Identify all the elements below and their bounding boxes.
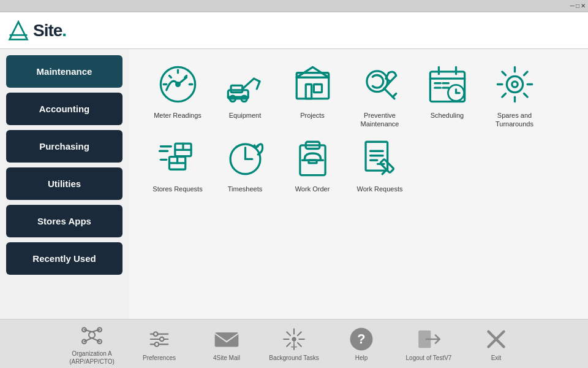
organization-item[interactable]: Organization A(ARP/APP/CTO): [64, 322, 119, 366]
help-icon: ?: [349, 326, 374, 352]
projects-label: Projects: [300, 111, 325, 120]
sidebar-item-purchasing[interactable]: Purchasing: [6, 130, 123, 163]
sidebar-item-utilities[interactable]: Utilities: [6, 167, 123, 200]
svg-line-12: [257, 82, 260, 89]
svg-marker-0: [10, 21, 28, 39]
spares-turnarounds-label: Spares and Turnarounds: [484, 111, 545, 129]
maximize-button[interactable]: □: [576, 2, 579, 9]
svg-point-81: [160, 337, 164, 341]
logo: Site.: [7, 20, 66, 42]
svg-line-90: [287, 342, 290, 346]
organization-icon: [79, 322, 105, 348]
spares-turnarounds-icon: [492, 61, 538, 107]
timesheets-label: Timesheets: [228, 185, 262, 193]
title-bar-buttons[interactable]: ─ □ ✕: [570, 2, 586, 9]
logout-label: Logout of TestV7: [406, 354, 452, 362]
svg-line-43: [524, 72, 527, 75]
bottom-bar: Organization A(ARP/APP/CTO) Preferences …: [0, 319, 588, 368]
minimize-button[interactable]: ─: [570, 2, 575, 9]
svg-point-68: [89, 332, 95, 338]
close-button[interactable]: ✕: [581, 2, 586, 9]
svg-line-22: [393, 94, 396, 98]
exit-icon: [483, 326, 509, 352]
svg-rect-19: [314, 85, 322, 93]
help-item[interactable]: ? Help: [334, 326, 389, 362]
svg-line-42: [524, 94, 527, 98]
logo-icon: [7, 20, 29, 42]
scheduling-item[interactable]: Scheduling: [417, 61, 478, 129]
mail-icon: [214, 326, 239, 352]
svg-line-10: [242, 79, 254, 89]
spares-turnarounds-item[interactable]: Spares and Turnarounds: [484, 61, 545, 129]
svg-line-44: [502, 94, 505, 98]
work-order-icon: [290, 135, 336, 181]
background-tasks-item[interactable]: Background Tasks: [266, 326, 322, 362]
scheduling-label: Scheduling: [431, 111, 464, 120]
svg-rect-9: [231, 85, 243, 92]
timesheets-item[interactable]: Timesheets: [214, 135, 276, 193]
main-content: Meter Readings Equipment: [129, 49, 588, 319]
work-requests-label: Work Requests: [357, 185, 403, 193]
help-label: Help: [355, 354, 368, 362]
preventive-maintenance-icon: [357, 61, 403, 107]
scheduling-icon: [424, 61, 470, 107]
svg-line-87: [287, 332, 290, 335]
svg-point-80: [154, 332, 158, 336]
svg-point-4: [176, 83, 179, 86]
timesheets-icon: [222, 135, 268, 181]
stores-requests-item[interactable]: Stores Requests: [147, 135, 208, 193]
stores-requests-label: Stores Requests: [153, 185, 202, 193]
sidebar-item-accounting[interactable]: Accounting: [6, 93, 123, 125]
svg-line-88: [298, 342, 301, 346]
meter-readings-label: Meter Readings: [154, 111, 202, 120]
logo-site: Site: [33, 21, 62, 40]
preferences-item[interactable]: Preferences: [132, 326, 187, 362]
exit-item[interactable]: Exit: [469, 326, 524, 362]
mail-label: 4Site Mail: [213, 354, 240, 362]
svg-line-89: [298, 332, 301, 335]
sidebar-item-maintenance[interactable]: Maintenance: [6, 55, 123, 88]
sidebar: Maintenance Accounting Purchasing Utilit…: [0, 49, 129, 319]
work-order-label: Work Order: [295, 185, 330, 193]
preventive-maintenance-label: Preventive Maintenance: [349, 111, 410, 129]
svg-point-35: [507, 76, 522, 92]
preventive-maintenance-item[interactable]: Preventive Maintenance: [349, 61, 410, 129]
icon-grid: Meter Readings Equipment: [147, 61, 570, 193]
projects-item[interactable]: Projects: [282, 61, 343, 129]
exit-label: Exit: [491, 354, 502, 362]
mail-item[interactable]: 4Site Mail: [199, 326, 254, 362]
svg-text:?: ?: [357, 331, 365, 346]
work-requests-icon: [357, 135, 403, 181]
sidebar-item-recently-used[interactable]: Recently Used: [6, 242, 123, 275]
logo-dot: .: [62, 21, 66, 40]
projects-icon: [290, 61, 336, 107]
logout-icon: [416, 326, 442, 352]
meter-readings-icon: [155, 61, 201, 107]
svg-point-36: [511, 82, 517, 87]
svg-point-82: [154, 342, 159, 347]
equipment-icon: [222, 61, 268, 107]
logo-text: Site.: [33, 21, 66, 40]
svg-line-41: [502, 72, 505, 75]
work-requests-item[interactable]: Work Requests: [349, 135, 410, 193]
background-tasks-icon: [281, 326, 307, 352]
organization-label: Organization A(ARP/APP/CTO): [69, 350, 115, 366]
preferences-label: Preferences: [143, 354, 176, 362]
equipment-item[interactable]: Equipment: [214, 61, 276, 129]
preferences-icon: [146, 326, 172, 352]
equipment-label: Equipment: [229, 111, 262, 120]
svg-rect-18: [306, 85, 311, 99]
logout-item[interactable]: Logout of TestV7: [401, 326, 456, 362]
stores-requests-icon: [155, 135, 201, 181]
background-tasks-label: Background Tasks: [269, 354, 319, 362]
work-order-item[interactable]: Work Order: [282, 135, 343, 193]
meter-readings-item[interactable]: Meter Readings: [147, 61, 208, 129]
title-bar: ─ □ ✕: [0, 0, 588, 12]
header: Site.: [0, 12, 588, 49]
svg-rect-60: [308, 160, 316, 163]
sidebar-item-stores-apps[interactable]: Stores Apps: [6, 205, 123, 237]
